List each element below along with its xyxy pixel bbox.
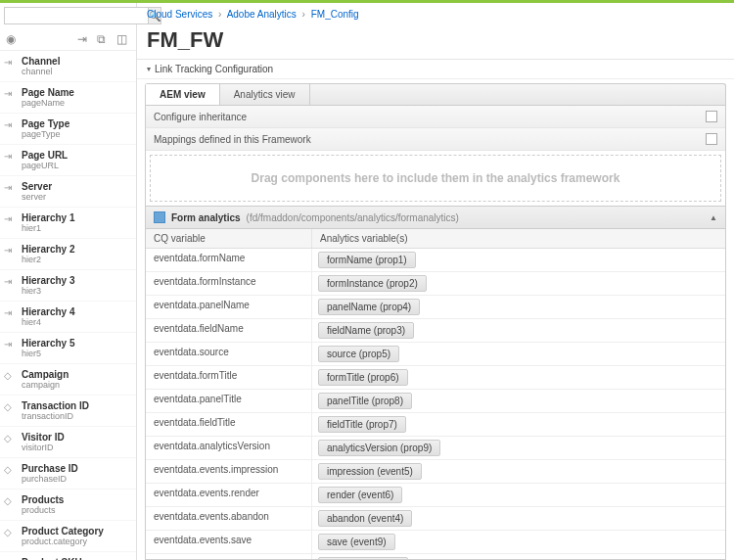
analytics-variable-cell: render (event6) xyxy=(312,484,725,506)
content-panel: Configure inheritance Mappings defined i… xyxy=(145,105,726,560)
pin-icon: ⇥ xyxy=(4,276,16,288)
analytics-variable-cell: formTitle (prop6) xyxy=(312,366,725,389)
variable-tag[interactable]: formTitle (prop6) xyxy=(318,369,408,386)
bookmark-icon[interactable]: ◫ xyxy=(116,32,130,46)
variable-tag[interactable]: fieldName (prop3) xyxy=(318,322,414,339)
component-icon xyxy=(154,211,165,223)
sidebar-item[interactable]: ⇥Hierarchy 1hier1 xyxy=(0,208,136,239)
cq-variable-cell: eventdata.events.submit xyxy=(146,554,312,560)
variable-tag[interactable]: formName (prop1) xyxy=(318,252,416,268)
checkbox[interactable] xyxy=(706,111,717,122)
section-header[interactable]: ▾ Link Tracking Configuration xyxy=(137,60,734,79)
sidebar-item[interactable]: ⇥Channelchannel xyxy=(0,51,136,82)
breadcrumb-link[interactable]: Adobe Analytics xyxy=(227,9,297,20)
cq-variable-cell: eventdata.source xyxy=(146,343,312,365)
tab-aem-view[interactable]: AEM view xyxy=(146,84,220,106)
variable-tag[interactable]: fieldTitle (prop7) xyxy=(318,416,406,433)
analytics-variable-cell: submit (event12) xyxy=(312,554,725,560)
tag-icon[interactable]: ⧉ xyxy=(97,32,111,46)
sidebar-item[interactable]: ◇Product SKUproduct.sku xyxy=(0,552,136,560)
sidebar-item[interactable]: ◇Campaigncampaign xyxy=(0,364,136,396)
variable-tag[interactable]: impression (event5) xyxy=(318,463,422,480)
mappings-row[interactable]: Mappings defined in this Framework xyxy=(146,128,725,151)
item-label: Product Category xyxy=(22,526,130,537)
pin-icon: ⇥ xyxy=(4,307,16,319)
sidebar-item[interactable]: ⇥Hierarchy 4hier4 xyxy=(0,302,136,333)
sidebar-item[interactable]: ◇Productsproducts xyxy=(0,490,136,521)
tag-icon: ◇ xyxy=(4,433,16,444)
variable-tag[interactable]: formInstance (prop2) xyxy=(318,275,427,292)
item-sublabel: hier3 xyxy=(22,286,130,296)
cq-variable-cell: eventdata.formName xyxy=(146,249,312,271)
item-sublabel: transactionID xyxy=(22,411,130,421)
sidebar-item[interactable]: ⇥Hierarchy 3hier3 xyxy=(0,270,136,302)
variable-tag[interactable]: abandon (event4) xyxy=(318,510,412,527)
page-title: FM_FW xyxy=(137,25,734,60)
item-label: Hierarchy 1 xyxy=(22,212,130,223)
breadcrumb: Cloud Services › Adobe Analytics › FM_Co… xyxy=(137,3,734,25)
table-row: eventdata.fieldTitlefieldTitle (prop7) xyxy=(146,413,725,437)
cq-variable-cell: eventdata.events.impression xyxy=(146,460,312,483)
sidebar-item[interactable]: ◇Transaction IDtransactionID xyxy=(0,396,136,427)
sidebar-item[interactable]: ⇥Page NamepageName xyxy=(0,82,136,114)
dropzone[interactable]: Drag components here to include them in … xyxy=(150,155,721,202)
item-label: Transaction ID xyxy=(22,400,130,411)
sidebar-item[interactable]: ⇥Serverserver xyxy=(0,176,136,208)
table-row: eventdata.formTitleformTitle (prop6) xyxy=(146,366,725,390)
sidebar-item[interactable]: ⇥Hierarchy 5hier5 xyxy=(0,333,136,364)
analytics-variable-cell: formInstance (prop2) xyxy=(312,272,725,295)
variable-tag[interactable]: render (event6) xyxy=(318,487,402,503)
analytics-variable-cell: fieldTitle (prop7) xyxy=(312,413,725,436)
item-label: Channel xyxy=(22,56,130,67)
breadcrumb-link[interactable]: Cloud Services xyxy=(147,9,212,20)
variable-tag[interactable]: panelTitle (prop8) xyxy=(318,393,412,409)
analytics-variable-cell: save (event9) xyxy=(312,531,725,553)
sidebar-list[interactable]: ⇥Channelchannel⇥Page NamepageName⇥Page T… xyxy=(0,51,136,560)
item-label: Purchase ID xyxy=(22,463,130,474)
table-row: eventdata.events.abandonabandon (event4) xyxy=(146,507,725,531)
sidebar-item[interactable]: ⇥Page TypepageType xyxy=(0,114,136,145)
pin-icon: ⇥ xyxy=(4,182,16,194)
item-sublabel: visitorID xyxy=(22,443,130,452)
breadcrumb-link[interactable]: FM_Config xyxy=(311,9,359,20)
variable-tag[interactable]: source (prop5) xyxy=(318,346,399,362)
item-label: Hierarchy 5 xyxy=(22,338,130,349)
cq-variable-cell: eventdata.events.abandon xyxy=(146,507,312,530)
collapse-icon: ▾ xyxy=(147,65,151,73)
sidebar-item[interactable]: ◇Product Categoryproduct.category xyxy=(0,521,136,552)
component-header[interactable]: Form analytics (fd/fmaddon/components/an… xyxy=(146,207,725,229)
sidebar-item[interactable]: ◇Visitor IDvisitorID xyxy=(0,427,136,458)
sidebar-item[interactable]: ◇Purchase IDpurchaseID xyxy=(0,458,136,490)
section-label: Link Tracking Configuration xyxy=(155,64,273,74)
component-name: Form analytics xyxy=(171,212,241,223)
table-row: eventdata.sourcesource (prop5) xyxy=(146,343,725,366)
sidebar-item[interactable]: ⇥Hierarchy 2hier2 xyxy=(0,239,136,270)
tab-analytics-view[interactable]: Analytics view xyxy=(220,84,310,105)
sidebar-item[interactable]: ⇥Page URLpageURL xyxy=(0,145,136,176)
table-header: CQ variable Analytics variable(s) xyxy=(146,229,725,249)
configure-inheritance-row[interactable]: Configure inheritance xyxy=(146,106,725,128)
item-sublabel: channel xyxy=(22,67,130,76)
collapse-icon[interactable]: ▲ xyxy=(710,213,717,222)
tag-icon: ◇ xyxy=(4,527,16,538)
pin-icon: ⇥ xyxy=(4,119,16,131)
chevron-right-icon: › xyxy=(215,9,224,20)
tab-bar: AEM view Analytics view xyxy=(145,83,726,105)
pin-icon: ⇥ xyxy=(4,339,16,350)
variable-tag[interactable]: panelName (prop4) xyxy=(318,299,420,315)
variable-tag[interactable]: save (event9) xyxy=(318,534,395,550)
pin-icon[interactable]: ⇥ xyxy=(77,32,91,46)
item-label: Visitor ID xyxy=(22,432,130,443)
globe-icon[interactable]: ◉ xyxy=(6,32,20,46)
variable-tag[interactable]: analyticsVersion (prop9) xyxy=(318,440,440,456)
analytics-variable-cell: panelTitle (prop8) xyxy=(312,390,725,412)
search-input[interactable] xyxy=(4,7,149,24)
table-row: eventdata.events.savesave (event9) xyxy=(146,531,725,554)
checkbox[interactable] xyxy=(706,133,717,145)
tag-icon: ◇ xyxy=(4,464,16,476)
component-block: Form analytics (fd/fmaddon/components/an… xyxy=(146,206,725,560)
cq-variable-cell: eventdata.analyticsVersion xyxy=(146,437,312,459)
item-sublabel: hier2 xyxy=(22,255,130,264)
item-sublabel: hier1 xyxy=(22,223,130,233)
cq-variable-cell: eventdata.panelName xyxy=(146,296,312,318)
